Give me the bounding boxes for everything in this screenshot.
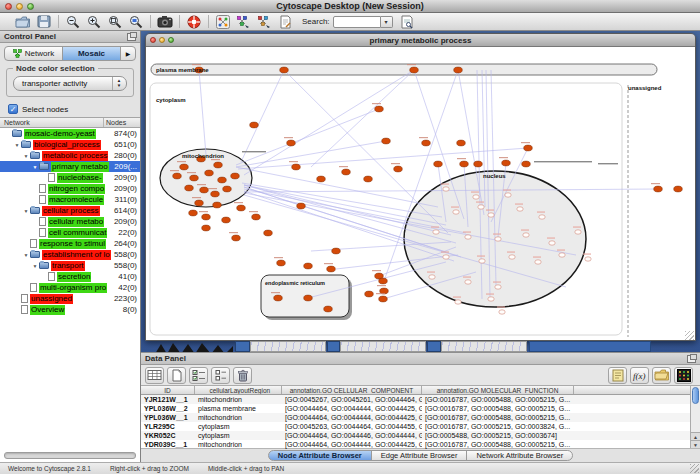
- table-cell[interactable]: [GO:0044464, GO:0044444, GO:0044425, G..…: [282, 404, 422, 413]
- minimized-window-titlebar[interactable]: [529, 341, 651, 352]
- unselect-attributes-icon[interactable]: [211, 367, 230, 384]
- table-cell[interactable]: [GO:0016787, GO:0005488, GO:0005215, G..…: [422, 440, 574, 449]
- node[interactable]: [232, 235, 241, 241]
- node[interactable]: [465, 280, 471, 284]
- open-session-icon[interactable]: [14, 14, 31, 30]
- table-cell[interactable]: [GO:0016787, GO:0005488, GO:0005215, G..…: [422, 413, 574, 422]
- table-cell[interactable]: cytoplasm: [195, 422, 282, 431]
- node[interactable]: [474, 161, 483, 167]
- new-attribute-icon[interactable]: [167, 367, 186, 384]
- function-builder-icon[interactable]: f(x): [630, 367, 649, 384]
- node[interactable]: [654, 186, 663, 192]
- expand-arrow-icon[interactable]: ▼: [22, 208, 30, 214]
- minimized-window-overview[interactable]: [155, 340, 233, 352]
- node[interactable]: [287, 140, 296, 146]
- notes-icon[interactable]: [608, 367, 627, 384]
- tab-node-attribute-browser[interactable]: Node Attribute Browser: [268, 450, 372, 461]
- node[interactable]: [473, 195, 479, 199]
- node[interactable]: [379, 296, 388, 302]
- search-options-icon[interactable]: [399, 14, 416, 30]
- column-header[interactable]: annotation.GO MOLECULAR_FUNCTION: [422, 386, 574, 394]
- nw-minimize-button[interactable]: [159, 37, 165, 43]
- table-row[interactable]: YPL036W__2plasma membrane[GO:0044464, GO…: [141, 404, 700, 413]
- node[interactable]: [488, 297, 494, 301]
- search-input[interactable]: [333, 16, 381, 28]
- select-attributes-icon[interactable]: [189, 367, 208, 384]
- node[interactable]: [190, 175, 199, 181]
- node[interactable]: [455, 300, 461, 304]
- node[interactable]: [674, 186, 683, 192]
- table-cell[interactable]: plasma membrane: [195, 404, 282, 413]
- tree-row[interactable]: cellular metabo209(0): [0, 216, 140, 227]
- node[interactable]: [342, 169, 351, 175]
- tree-row[interactable]: unassigned223(0): [0, 293, 140, 304]
- node[interactable]: [173, 173, 182, 179]
- close-button[interactable]: [5, 3, 12, 10]
- node[interactable]: [394, 166, 403, 172]
- tree-row[interactable]: response to stimul264(0): [0, 238, 140, 249]
- expand-arrow-icon[interactable]: ▼: [22, 252, 30, 258]
- node[interactable]: [205, 170, 214, 176]
- node[interactable]: [524, 145, 533, 151]
- node[interactable]: [575, 230, 581, 234]
- node[interactable]: [264, 230, 273, 236]
- table-cell[interactable]: [GO:0016787, GO:0005488, GO:0005215, G..…: [422, 395, 574, 404]
- node[interactable]: [195, 200, 204, 206]
- save-session-icon[interactable]: [35, 14, 52, 30]
- table-cell[interactable]: [GO:0016787, GO:0005215, GO:0003824, G..…: [422, 422, 574, 431]
- node[interactable]: [443, 187, 449, 191]
- node[interactable]: [460, 161, 469, 167]
- table-cell[interactable]: [GO:0045267, GO:0045261, GO:0044464, G..…: [282, 395, 422, 404]
- minimized-window-icon[interactable]: [327, 341, 340, 352]
- column-header[interactable]: annotation.GO CELLULAR_COMPONENT: [282, 386, 422, 394]
- table-cell[interactable]: mitochondrion: [195, 440, 282, 449]
- node[interactable]: [495, 237, 501, 241]
- table-cell[interactable]: YPL036W__1: [141, 413, 195, 422]
- tree-row[interactable]: nitrogen compo209(0): [0, 183, 140, 194]
- node[interactable]: [429, 275, 435, 279]
- node[interactable]: [382, 138, 391, 144]
- scroll-up-button[interactable]: ▲: [691, 432, 700, 440]
- node[interactable]: [453, 210, 459, 214]
- tree-col-nodes[interactable]: Nodes: [104, 118, 140, 127]
- help-icon[interactable]: [185, 14, 202, 30]
- expand-arrow-icon[interactable]: ▼: [31, 263, 39, 269]
- copy-network-icon[interactable]: [235, 14, 252, 30]
- column-header[interactable]: ID: [141, 386, 195, 394]
- node[interactable]: [523, 233, 529, 237]
- table-row[interactable]: YLR295Ccytoplasm[GO:0045263, GO:0044464,…: [141, 422, 700, 431]
- node[interactable]: [200, 187, 209, 193]
- table-row[interactable]: YDR039C__1mitochondrion[GO:0044464, GO:0…: [141, 440, 700, 449]
- node[interactable]: [522, 161, 531, 167]
- table-scrollbar[interactable]: ▲ ▼: [690, 386, 700, 448]
- annotation-icon[interactable]: [277, 14, 294, 30]
- table-cell[interactable]: YKR052C: [141, 431, 195, 440]
- node[interactable]: [237, 205, 246, 211]
- node[interactable]: [297, 203, 306, 209]
- table-row[interactable]: YPL036W__1mitochondrion[GO:0044464, GO:0…: [141, 413, 700, 422]
- table-cell[interactable]: YPL036W__2: [141, 404, 195, 413]
- expand-arrow-icon[interactable]: ▼: [31, 164, 39, 170]
- node[interactable]: [479, 259, 485, 263]
- float-panel-icon[interactable]: [687, 355, 696, 363]
- node[interactable]: [509, 255, 515, 259]
- table-cell[interactable]: cytoplasm: [195, 431, 282, 440]
- node[interactable]: [202, 225, 211, 231]
- table-cell[interactable]: [GO:0044464, GO:0044446, GO:0044444, G..…: [282, 431, 422, 440]
- zoom-button[interactable]: [27, 3, 34, 10]
- node[interactable]: [549, 241, 555, 245]
- network-view-window[interactable]: primary metabolic process plasma membran…: [145, 33, 696, 341]
- tab-network-attribute-browser[interactable]: Network Attribute Browser: [466, 450, 573, 461]
- node[interactable]: [202, 214, 211, 220]
- matrix-icon[interactable]: [674, 367, 693, 384]
- column-header[interactable]: _cellularLayoutRegion: [195, 386, 282, 394]
- minimized-window-thumb[interactable]: [340, 341, 426, 352]
- tree-row[interactable]: ▼metabolic process280(0): [0, 150, 140, 161]
- node[interactable]: [478, 205, 484, 209]
- node[interactable]: [454, 67, 463, 73]
- node[interactable]: [222, 217, 231, 223]
- node[interactable]: [180, 164, 189, 170]
- network-window-titlebar[interactable]: primary metabolic process: [146, 34, 695, 47]
- node[interactable]: [495, 285, 501, 289]
- tree-row[interactable]: cell communicat22(0): [0, 227, 140, 238]
